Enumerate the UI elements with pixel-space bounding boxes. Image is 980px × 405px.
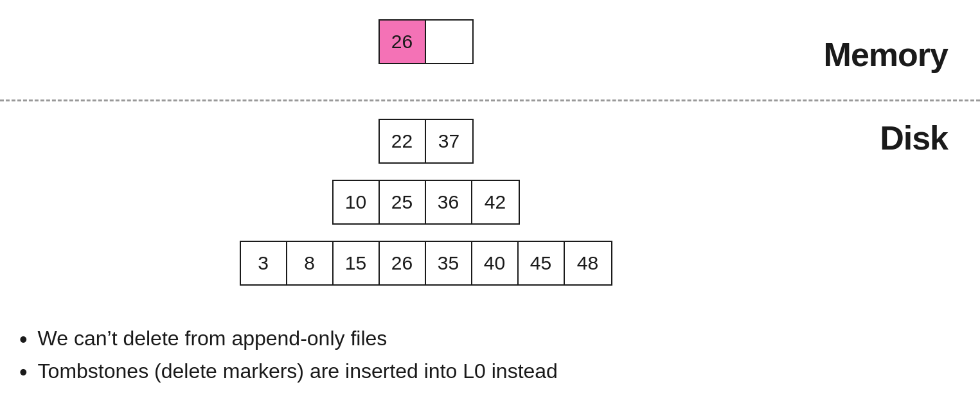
disk-row-3-cell-40: 40 — [472, 242, 519, 284]
bullet-text-2: Tombstones (delete markers) are inserted… — [38, 358, 558, 385]
main-container: Memory Disk 26 22 37 10 25 36 42 — [0, 0, 980, 405]
disk-row-3-cell-35: 35 — [426, 242, 472, 284]
memory-row: 26 — [379, 19, 474, 64]
disk-row-2-cell-10: 10 — [334, 181, 380, 223]
disk-row-2-cell-36: 36 — [426, 181, 472, 223]
disk-row-1-cell-group: 22 37 — [379, 119, 474, 164]
memory-label: Memory — [824, 35, 948, 74]
disk-row-3-cell-45: 45 — [519, 242, 565, 284]
bullet-text-1: We can’t delete from append-only files — [38, 325, 388, 352]
memory-cell-26: 26 — [380, 21, 426, 63]
disk-row-1: 22 37 — [379, 119, 474, 164]
diagram-area: Memory Disk 26 22 37 10 25 36 42 — [0, 0, 980, 295]
bullet-item-1: • We can’t delete from append-only files — [19, 325, 558, 353]
disk-row-3-cell-8: 8 — [287, 242, 334, 284]
disk-row-2-cell-42: 42 — [472, 181, 519, 223]
memory-cell-empty — [426, 21, 472, 63]
disk-row-2: 10 25 36 42 — [332, 180, 520, 225]
bullet-dot-2: • — [19, 358, 28, 386]
disk-label: Disk — [880, 119, 948, 157]
disk-row-3-cell-3: 3 — [241, 242, 287, 284]
bullet-dot-1: • — [19, 325, 28, 353]
dashed-separator — [0, 99, 980, 101]
bullet-item-2: • Tombstones (delete markers) are insert… — [19, 358, 558, 386]
disk-row-1-cell-22: 22 — [380, 120, 426, 162]
disk-row-3-cell-15: 15 — [334, 242, 380, 284]
disk-row-2-cell-group: 10 25 36 42 — [332, 180, 520, 225]
disk-row-3-cell-group: 3 8 15 26 35 40 45 48 — [240, 241, 612, 286]
disk-row-3-cell-26: 26 — [380, 242, 426, 284]
disk-row-2-cell-25: 25 — [380, 181, 426, 223]
memory-cell-group: 26 — [379, 19, 474, 64]
disk-row-1-cell-37: 37 — [426, 120, 472, 162]
disk-row-3: 3 8 15 26 35 40 45 48 — [240, 241, 612, 286]
disk-row-3-cell-48: 48 — [565, 242, 611, 284]
bullets-section: • We can’t delete from append-only files… — [19, 325, 558, 386]
